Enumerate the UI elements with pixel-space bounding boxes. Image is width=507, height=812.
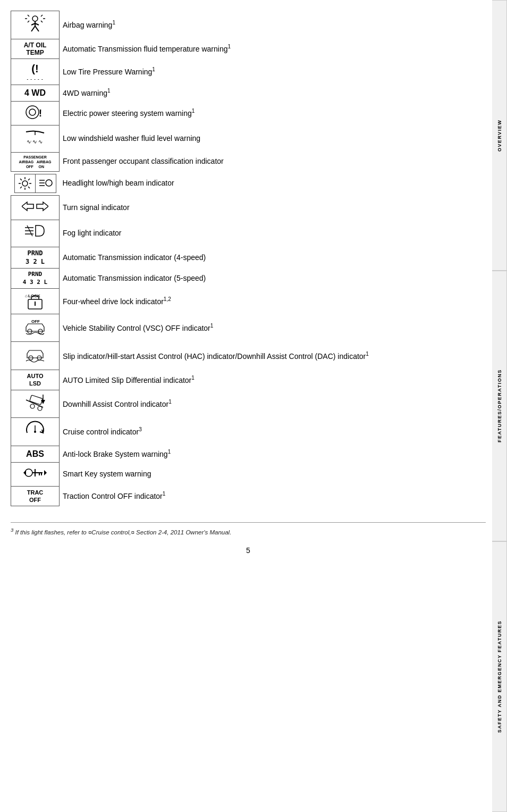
indicator-table: Airbag warning1 A/T OILTEMP Automatic Tr… (11, 11, 486, 506)
slip-hac-svg (24, 344, 46, 364)
at-oil-temp-icon: A/T OILTEMP (14, 41, 56, 57)
icon-cell-at-oil-temp: A/T OILTEMP (11, 39, 60, 59)
svg-line-2 (31, 26, 35, 31)
table-row: OFF Vehicle Stability Control (VSC) OFF … (11, 314, 486, 342)
eps-warning-icon: ! (24, 104, 46, 121)
svg-line-4 (31, 23, 35, 25)
indicator-label: Vehicle Stability Control (VSC) OFF indi… (63, 324, 210, 332)
table-row: PRND 3 2 L Automatic Transmission indica… (11, 247, 486, 269)
svg-marker-31 (22, 202, 33, 211)
text-cell-cruise: Cruise control indicator3 (60, 418, 486, 446)
indicator-label: Automatic Transmission indicator (5-spee… (63, 274, 206, 282)
indicator-label: 4WD warning (63, 89, 107, 97)
sidebar-tab-label-features: FEATURES/OPERATIONS (497, 370, 502, 443)
icon-cell-tire: (! ‐ ‐ ‐ ‐ ‐ (11, 59, 60, 85)
svg-point-18 (22, 181, 28, 186)
icon-cell-slip-hac (11, 342, 60, 370)
footnote-body2: Section 2-4, 2011 Owner's Manual. (134, 529, 231, 535)
fog-light-icon (14, 222, 56, 245)
superscript: 3 (139, 426, 142, 432)
indicator-label: Automatic Transmission indicator (4-spee… (63, 253, 206, 262)
sidebar-tab-label-overview: OVERVIEW (497, 119, 502, 151)
vsc-off-icon: OFF (14, 316, 56, 340)
beam-icon (35, 174, 56, 193)
svg-line-23 (20, 179, 22, 180)
indicator-label: Turn signal indicator (63, 203, 130, 212)
icon-cell-cruise (11, 418, 60, 446)
table-row: Turn signal indicator (11, 195, 486, 220)
svg-point-52 (34, 431, 36, 433)
prnd4-icon: PRND 3 2 L (14, 249, 56, 266)
icon-cell-downhill (11, 390, 60, 418)
table-row: (! ‐ ‐ ‐ ‐ ‐ Low Tire Pressure Warning1 (11, 59, 486, 85)
indicator-label: Fog light indicator (63, 229, 122, 237)
indicator-label: Electric power steering system warning (63, 109, 192, 118)
sun-beam-icon (18, 176, 32, 191)
table-row: Cruise control indicator3 (11, 418, 486, 446)
icon-cell-fog-light (11, 220, 60, 247)
icon-cell-eps: ! (11, 101, 60, 125)
sidebar-tabs: OVERVIEW FEATURES/OPERATIONS SAFETY AND … (492, 0, 507, 812)
svg-rect-46 (30, 395, 43, 404)
indicator-label: Low windshield washer fluid level warnin… (63, 134, 200, 143)
main-content: Airbag warning1 A/T OILTEMP Automatic Tr… (11, 0, 486, 576)
svg-line-5 (35, 23, 39, 25)
sidebar-tab-label-safety: SAFETY AND EMERGENCY FEATURES (497, 621, 502, 733)
footnote-link: ¤Cruise control,¤ (88, 529, 134, 535)
table-row: A/T OILTEMP Automatic Transmission fluid… (11, 39, 486, 59)
page-number: 5 (11, 546, 486, 555)
trac-off-icon: TRACOFF (14, 489, 56, 504)
indicator-label: Smart Key system warning (63, 470, 151, 478)
text-cell-eps: Electric power steering system warning1 (60, 101, 486, 125)
text-cell-abs: Anti-lock Brake System warning1 (60, 446, 486, 462)
superscript: 1 (191, 375, 195, 381)
text-cell-tire: Low Tire Pressure Warning1 (60, 59, 486, 85)
svg-text:· · · ·: · · · · (28, 138, 37, 144)
sidebar-tab-features[interactable]: FEATURES/OPERATIONS (492, 271, 507, 541)
headlight-beam-svg (38, 176, 53, 191)
superscript: 1,2 (164, 296, 171, 302)
table-row: AUTOLSD AUTO Limited Slip Differential i… (11, 370, 486, 390)
icon-cell-trac-off: TRACOFF (11, 486, 60, 506)
table-row: ABS Anti-lock Brake System warning1 (11, 446, 486, 462)
svg-marker-32 (37, 202, 48, 211)
airbag-warning-icon (25, 13, 45, 34)
svg-text:OFF: OFF (31, 319, 40, 324)
text-cell-downhill: Downhill Assist Control indicator1 (60, 390, 486, 418)
icon-cell-4wd: 4 WD (11, 85, 60, 101)
smart-key-icon (14, 465, 56, 484)
slip-hac-icon (14, 344, 56, 367)
text-cell-turn-signal: Turn signal indicator (60, 195, 486, 220)
icon-cell-auto-lsd: AUTOLSD (11, 370, 60, 390)
svg-point-0 (32, 16, 38, 21)
superscript: 1 (152, 66, 155, 72)
superscript: 1 (366, 351, 369, 357)
indicator-label: Low Tire Pressure Warning (63, 68, 152, 76)
text-cell-prnd5: Automatic Transmission indicator (5-spee… (60, 269, 486, 289)
table-row: ⌂ LOCK Four-wheel drive lock indicator1,… (11, 288, 486, 314)
svg-point-12 (26, 106, 39, 119)
text-cell-at-oil: Automatic Transmission fluid temperature… (60, 39, 486, 59)
text-cell-smart-key: Smart Key system warning (60, 463, 486, 487)
downhill-icon (14, 392, 56, 416)
icon-cell-vsc-off: OFF (11, 314, 60, 342)
sidebar-tab-safety[interactable]: SAFETY AND EMERGENCY FEATURES (492, 541, 507, 812)
svg-point-48 (38, 406, 42, 411)
sidebar-tab-overview[interactable]: OVERVIEW (492, 0, 507, 271)
icon-cell-smart-key (11, 463, 60, 487)
table-row: ∿ ∿ ∿ · · · · Low windshield washer flui… (11, 125, 486, 152)
text-cell-vsc-off: Vehicle Stability Control (VSC) OFF indi… (60, 314, 486, 342)
indicator-label: Traction Control OFF indicator (63, 492, 163, 500)
table-row: Headlight low/high beam indicator (11, 171, 486, 195)
svg-line-9 (41, 15, 43, 16)
abs-icon: ABS (14, 448, 56, 460)
svg-line-3 (35, 26, 39, 31)
table-row: PASSENGER AIRBAG AIRBAG OFF ON Front pas… (11, 152, 486, 171)
table-row: ! Electric power steering system warning… (11, 101, 486, 125)
smart-key-svg (23, 465, 47, 481)
indicator-label: Headlight low/high beam indicator (63, 179, 174, 187)
text-cell-prnd4: Automatic Transmission indicator (4-spee… (60, 247, 486, 269)
icon-cell-4wd-lock: ⌂ LOCK (11, 288, 60, 314)
superscript: 1 (163, 491, 166, 497)
svg-point-30 (46, 180, 52, 186)
